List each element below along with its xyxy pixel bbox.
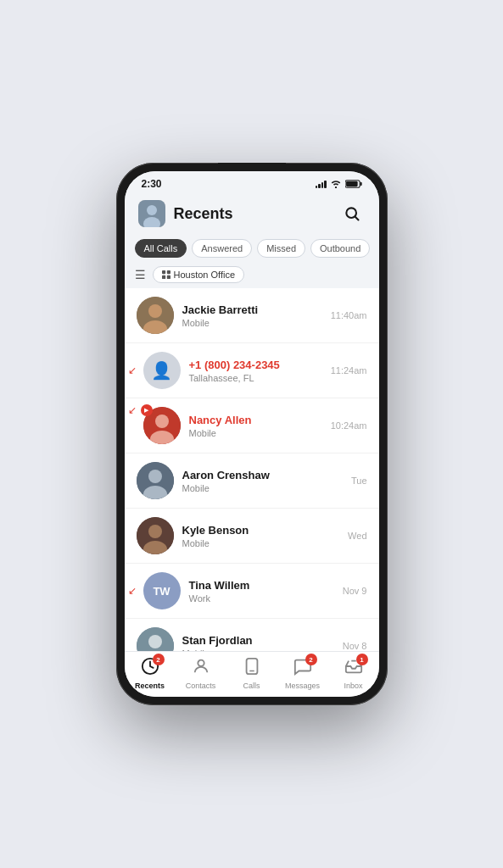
call-sub-5: Mobile	[182, 538, 340, 548]
call-time-5: Wed	[348, 531, 366, 541]
call-info-1: Jackie Barretti Mobile	[174, 303, 331, 328]
svg-point-4	[147, 205, 157, 215]
recents-label: Recents	[135, 682, 165, 690]
calls-label: Calls	[243, 682, 260, 690]
call-time-6: Nov 9	[343, 586, 367, 596]
grid-icon	[162, 270, 170, 279]
call-name-6: Tina Willem	[189, 579, 334, 592]
call-time-2: 11:24am	[331, 365, 367, 376]
contacts-label: Contacts	[186, 682, 216, 690]
signal-icon	[316, 180, 327, 188]
tab-missed[interactable]: Missed	[257, 239, 305, 258]
header-left: Recents	[138, 200, 233, 227]
wifi-icon	[330, 180, 342, 188]
inbox-label: Inbox	[344, 682, 362, 690]
office-filter[interactable]: Houston Office	[153, 266, 245, 283]
svg-point-25	[148, 635, 162, 648]
nav-messages[interactable]: 2 Messages	[277, 657, 328, 690]
call-item-3[interactable]: ↙ ▶ Nancy Allen Mobile 10:24am	[125, 398, 379, 453]
filter-icon[interactable]: ☰	[135, 268, 146, 281]
call-name-2: +1 (800) 234-2345	[189, 359, 322, 371]
silhouette-icon: 👤	[151, 360, 172, 381]
svg-rect-8	[162, 270, 165, 274]
initials-6: TW	[153, 585, 170, 598]
svg-point-16	[155, 415, 169, 428]
bottom-nav: 2 Recents Contacts	[125, 651, 379, 697]
voicemail-badge-3: ▶	[141, 404, 153, 416]
missed-arrow-2: ↙	[128, 364, 137, 376]
call-info-5: Kyle Benson Mobile	[174, 524, 349, 548]
nav-contacts[interactable]: Contacts	[176, 657, 226, 690]
svg-line-7	[355, 217, 358, 220]
calls-icon	[243, 657, 261, 680]
svg-rect-1	[346, 181, 358, 186]
phone-frame: 2:30	[116, 163, 388, 705]
svg-rect-2	[360, 182, 361, 186]
messages-label: Messages	[285, 682, 320, 690]
nav-recents[interactable]: 2 Recents	[125, 657, 176, 690]
inbox-badge: 1	[356, 654, 368, 665]
call-item-4[interactable]: Aaron Crenshaw Mobile Tue	[125, 453, 379, 509]
call-info-6: Tina Willem Work	[181, 579, 343, 604]
battery-icon	[345, 180, 362, 188]
call-item-6[interactable]: ↙ TW Tina Willem Work Nov 9	[125, 564, 379, 619]
avatar-7	[137, 627, 174, 651]
call-name-1: Jackie Barretti	[182, 303, 322, 316]
contacts-icon	[192, 657, 210, 680]
missed-arrow-6: ↙	[128, 585, 137, 597]
call-item-2[interactable]: ↙ 👤 +1 (800) 234-2345 Tallahassee, FL 11…	[125, 343, 379, 398]
nav-inbox[interactable]: 1 Inbox	[328, 657, 379, 690]
call-item-5[interactable]: Kyle Benson Mobile Wed	[125, 509, 379, 564]
avatar-1	[137, 297, 174, 334]
call-info-7: Stan Fjordlan Mobile	[174, 634, 343, 652]
call-sub-1: Mobile	[182, 318, 322, 328]
call-list: Jackie Barretti Mobile 11:40am ↙ 👤 +1 (8…	[125, 288, 379, 651]
tab-all-calls[interactable]: All Calls	[135, 239, 187, 258]
call-time-4: Tue	[351, 476, 367, 486]
page-title: Recents	[174, 205, 233, 223]
avatar-wrapper-3: ▶	[143, 407, 181, 444]
user-avatar[interactable]	[138, 200, 165, 227]
svg-point-31	[198, 660, 204, 666]
messages-badge: 2	[305, 654, 317, 665]
call-info-4: Aaron Crenshaw Mobile	[174, 469, 351, 493]
call-time-3: 10:24am	[331, 420, 367, 431]
svg-rect-9	[166, 270, 170, 274]
svg-point-19	[148, 470, 162, 483]
svg-rect-11	[166, 275, 170, 279]
status-bar: 2:30	[125, 171, 379, 193]
nav-calls[interactable]: Calls	[226, 657, 277, 690]
svg-rect-32	[246, 659, 257, 674]
call-info-2: +1 (800) 234-2345 Tallahassee, FL	[181, 359, 331, 383]
header: Recents	[125, 193, 379, 234]
svg-point-13	[148, 304, 162, 318]
call-item-1[interactable]: Jackie Barretti Mobile 11:40am	[125, 288, 379, 343]
call-sub-2: Tallahassee, FL	[189, 373, 322, 383]
search-button[interactable]	[338, 200, 366, 227]
status-time: 2:30	[142, 178, 162, 190]
avatar-4	[137, 462, 174, 499]
call-info-3: Nancy Allen Mobile	[181, 414, 331, 438]
missed-arrow-3: ↙	[128, 404, 137, 416]
recents-icon: 2	[141, 657, 159, 680]
recents-badge: 2	[153, 654, 165, 665]
svg-point-22	[148, 525, 162, 538]
svg-rect-10	[162, 275, 165, 279]
call-name-7: Stan Fjordlan	[182, 634, 334, 647]
call-time-1: 11:40am	[331, 310, 367, 320]
call-name-5: Kyle Benson	[182, 524, 340, 537]
call-sub-7: Mobile	[182, 648, 334, 652]
tab-outbound[interactable]: Outbound	[310, 239, 370, 258]
call-item-7[interactable]: Stan Fjordlan Mobile Nov 8	[125, 619, 379, 651]
office-label: Houston Office	[174, 270, 236, 280]
phone-screen: 2:30	[125, 171, 379, 697]
call-time-7: Nov 8	[343, 641, 367, 651]
messages-icon: 2	[293, 657, 312, 680]
tab-answered[interactable]: Answered	[192, 239, 252, 258]
call-sub-6: Work	[189, 593, 334, 604]
avatar-5	[137, 517, 174, 554]
filter-tabs: All Calls Answered Missed Outbound	[125, 234, 379, 263]
filter-row: ☰ Houston Office	[125, 263, 379, 288]
call-name-3: Nancy Allen	[189, 414, 322, 426]
call-sub-3: Mobile	[189, 428, 322, 438]
